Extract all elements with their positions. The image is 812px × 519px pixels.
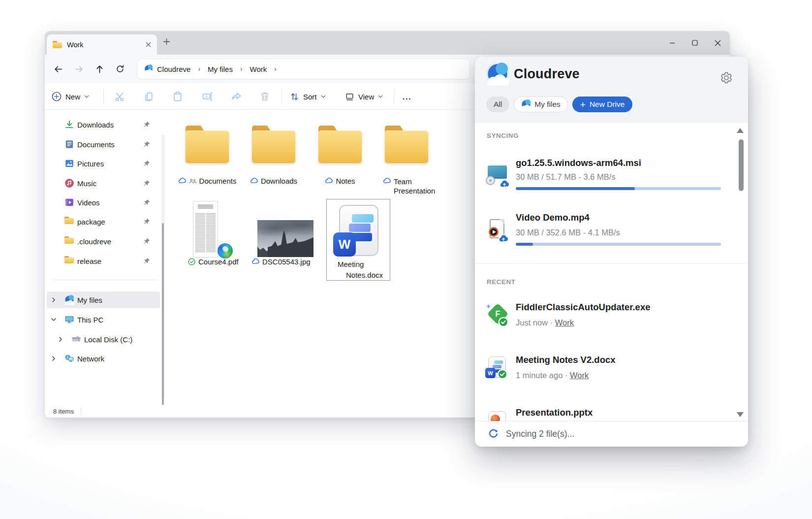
up-icon[interactable] [91, 61, 108, 77]
new-button[interactable]: New [52, 83, 89, 110]
sidebar-item-package[interactable]: package [47, 213, 160, 230]
scroll-up-icon[interactable] [737, 128, 744, 133]
cloudreve-logo-icon [486, 63, 509, 85]
cloudreve-icon [521, 99, 531, 109]
file-dsc05543-jpg-thumbnail[interactable] [257, 220, 313, 257]
folder-notes[interactable] [317, 125, 363, 165]
copy-icon[interactable] [143, 91, 154, 102]
pin-icon[interactable] [143, 121, 150, 128]
refresh-icon[interactable] [112, 61, 128, 77]
folder-downloads[interactable] [251, 125, 296, 165]
file-label-dsc05543-jpg[interactable]: DSC05543.jpg [251, 258, 311, 266]
breadcrumb-work[interactable]: Work [248, 65, 269, 73]
sidebar-item-local-disk-c[interactable]: Local Disk (C:) [47, 331, 160, 348]
chevron-right-icon[interactable] [51, 356, 57, 361]
sync-item-progress-text: 30 MB / 352.6 MB - 4.1 MB/s [516, 228, 620, 237]
shared-people-icon [189, 178, 197, 184]
pin-icon[interactable] [143, 180, 150, 187]
rename-icon[interactable]: A [202, 91, 213, 102]
cloud-icon [325, 177, 333, 185]
folder-documents[interactable] [185, 125, 230, 165]
pin-icon[interactable] [143, 199, 150, 206]
pin-icon[interactable] [143, 141, 150, 148]
pin-icon[interactable] [143, 218, 150, 225]
work-folder-link[interactable]: Work [555, 318, 574, 327]
view-label: View [358, 93, 374, 101]
breadcrumb[interactable]: Cloudreve › My files › Work › [137, 59, 470, 79]
sync-item-progress-text: 30 MB / 51.7 MB - 3.6 MB/s [516, 172, 616, 182]
folder-label-documents[interactable]: Documents [175, 177, 240, 185]
sidebar-item-release[interactable]: release [47, 253, 160, 269]
sidebar-divider [54, 280, 157, 280]
local-disk-icon [71, 334, 81, 344]
forward-icon[interactable] [70, 61, 87, 77]
delete-icon[interactable] [259, 91, 270, 102]
chevron-down-icon[interactable] [51, 317, 57, 323]
cut-icon[interactable] [114, 91, 125, 102]
more-options-button[interactable]: ... [403, 83, 412, 110]
explorer-tab-work[interactable]: Work [47, 34, 157, 55]
sidebar-item-network[interactable]: Network [47, 350, 160, 367]
new-tab-icon[interactable] [163, 38, 170, 45]
close-tab-icon[interactable] [146, 42, 151, 47]
video-file-icon [487, 219, 510, 243]
cloudreve-icon [64, 295, 74, 305]
videos-icon [64, 197, 74, 207]
music-icon [64, 178, 74, 188]
cloud-icon [178, 177, 187, 185]
filter-chip-all[interactable]: All [486, 97, 509, 112]
breadcrumb-cloudreve[interactable]: Cloudreve [155, 65, 192, 73]
maximize-icon[interactable] [692, 40, 698, 46]
breadcrumb-my-files[interactable]: My files [206, 65, 235, 73]
folder-icon [64, 236, 74, 246]
sort-button[interactable]: Sort [290, 83, 326, 110]
panel-header: Cloudreve All My files + New Drive [475, 57, 748, 123]
file-label-course4-pdf[interactable]: Course4.pdf [187, 258, 239, 266]
view-button[interactable]: View [345, 83, 383, 110]
chevron-right-icon[interactable] [58, 336, 63, 342]
scrollbar-thumb[interactable] [162, 223, 164, 410]
folder-team-presentation[interactable] [384, 125, 429, 165]
cloud-icon [250, 177, 258, 185]
sidebar-item-videos[interactable]: Videos [47, 194, 160, 211]
cloud-icon [251, 258, 260, 266]
file-course4-pdf-thumbnail[interactable] [193, 201, 218, 258]
file-meeting-notes-docx-selected[interactable]: W Meeting Notes.docx [326, 199, 390, 281]
sidebar-item-pictures[interactable]: Pictures [47, 155, 160, 172]
gear-icon[interactable] [720, 71, 733, 84]
close-window-icon[interactable] [715, 40, 721, 46]
sidebar-item-cloudreve-folder[interactable]: .cloudreve [47, 233, 160, 250]
pin-icon[interactable] [143, 238, 150, 245]
chevron-down-icon [84, 95, 89, 98]
back-icon[interactable] [50, 61, 66, 77]
scrollbar-thumb[interactable] [739, 139, 744, 191]
sidebar-item-music[interactable]: Music [47, 175, 160, 192]
pin-icon[interactable] [143, 160, 150, 167]
sidebar-scrollbar[interactable] [161, 134, 165, 399]
minimize-icon[interactable] [669, 40, 675, 46]
chevron-right-icon[interactable] [51, 297, 57, 303]
plus-icon: + [580, 100, 586, 109]
paste-icon[interactable] [172, 91, 183, 102]
tab-title: Work [67, 41, 84, 49]
folder-label-downloads[interactable]: Downloads [241, 177, 306, 185]
cloud-upload-icon [498, 233, 509, 244]
sidebar-item-downloads[interactable]: Downloads [47, 116, 160, 133]
sidebar-item-this-pc[interactable]: This PC [47, 311, 160, 328]
progress-bar [516, 187, 721, 190]
sidebar-item-documents[interactable]: Documents [47, 136, 160, 153]
recent-item-meta: Just now · Work [516, 318, 574, 327]
work-folder-link[interactable]: Work [570, 371, 589, 380]
folder-label-team-presentation[interactable]: Team Presentation [383, 177, 457, 195]
pin-icon[interactable] [143, 258, 150, 264]
folder-label-notes[interactable]: Notes [308, 177, 373, 185]
sync-item-name: Video Demo.mp4 [516, 212, 590, 223]
sidebar-item-my-files[interactable]: My files [47, 292, 160, 308]
panel-title: Cloudreve [514, 66, 580, 82]
folder-icon [64, 256, 74, 266]
scroll-down-icon[interactable] [737, 412, 744, 417]
svg-text:A: A [205, 94, 208, 99]
filter-chip-my-files[interactable]: My files [514, 97, 568, 112]
new-drive-button[interactable]: + New Drive [572, 97, 633, 112]
share-icon[interactable] [231, 91, 242, 102]
